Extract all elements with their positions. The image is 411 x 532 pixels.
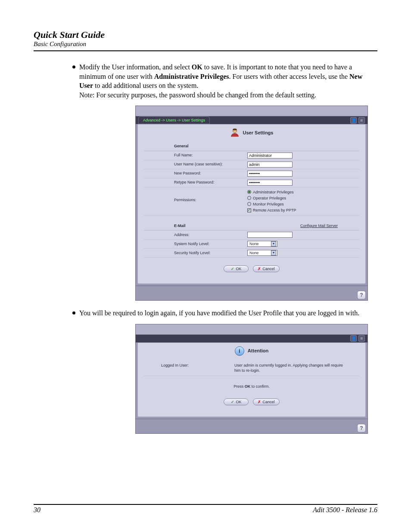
perm-remote[interactable]: ✓ Remote Access by PPTP [247, 208, 359, 213]
perm-label: Operator Privileges [253, 196, 286, 201]
chevron-down-icon: ▾ [271, 250, 276, 255]
titlebar-icons: 👤 ≡ [350, 116, 367, 124]
panel-title: Attention [248, 348, 268, 354]
user-name-input[interactable] [247, 162, 293, 168]
logged-in-message: User admin is currently logged in. Apply… [234, 363, 359, 373]
list-small-icon[interactable]: ≡ [358, 117, 365, 124]
section-general: General [144, 142, 359, 151]
panel-title: User Settings [243, 130, 274, 136]
permissions-list: Administrator Privileges Operator Privil… [247, 190, 359, 213]
radio-icon[interactable] [247, 190, 251, 194]
checkbox-icon[interactable]: ✓ [247, 208, 251, 212]
system-notify-select[interactable]: None ▾ [247, 241, 277, 247]
row-system-notify: System Notify Level: None ▾ [144, 240, 359, 249]
row-logged-in: Logged In User: User admin is currently … [144, 360, 359, 376]
page: Quick Start Guide Basic Configuration Mo… [0, 0, 411, 532]
label-retype-password: Retype New Password: [144, 180, 247, 185]
app-panel: Advanced -> Users -> User Settings 👤 ≡ [135, 106, 368, 301]
full-name-input[interactable] [247, 152, 293, 159]
label-system-notify: System Notify Level: [144, 241, 247, 246]
svg-rect-1 [233, 129, 237, 131]
bullet-text: Modify the User information, and select … [79, 63, 362, 89]
txt-bold: OK [245, 384, 251, 389]
retype-password-input[interactable] [247, 180, 293, 186]
label-security-notify: Security Notify Level: [144, 250, 247, 255]
btn-label: OK [236, 399, 241, 404]
section-email: E-Mail Configure Mail Server [144, 221, 359, 230]
btn-label: OK [236, 266, 241, 271]
close-icon: ✗ [258, 399, 261, 404]
radio-icon[interactable] [247, 202, 251, 206]
val [247, 162, 359, 168]
label-permissions: Permissions: [144, 190, 247, 202]
row-full-name: Full Name: [144, 151, 359, 160]
check-icon: ✓ [231, 399, 234, 404]
app-main: i Attention Logged In User: User admin i… [137, 342, 366, 417]
running-header: Quick Start Guide Basic Configuration [34, 29, 377, 48]
row-new-password: New Password: [144, 169, 359, 178]
txt-bold: OK [192, 63, 202, 71]
product-release: Adit 3500 - Release 1.6 [313, 506, 377, 514]
header-rule [34, 50, 377, 51]
val [247, 152, 359, 159]
perm-admin[interactable]: Administrator Privileges [247, 190, 359, 195]
app-top-strip [136, 106, 367, 116]
new-password-input[interactable] [247, 171, 293, 177]
val: None ▾ [247, 241, 359, 247]
ok-button[interactable]: ✓ OK [224, 398, 249, 405]
btn-label: Cancel [262, 399, 274, 404]
permissions-group: Administrator Privileges Operator Privil… [247, 190, 359, 213]
user-small-icon[interactable]: 👤 [350, 117, 357, 124]
label-new-password: New Password: [144, 171, 247, 176]
footer-row: 30 Adit 3500 - Release 1.6 [34, 506, 377, 514]
txt: Press [234, 384, 245, 389]
perm-operator[interactable]: Operator Privileges [247, 196, 359, 201]
panel-title-row: i Attention [138, 343, 365, 360]
bullet-item: You will be required to login again, if … [34, 308, 377, 434]
page-number: 30 [34, 506, 40, 514]
button-row: ✓ OK ✗ Cancel [144, 258, 359, 279]
titlebar-icons: 👤 ≡ [350, 335, 367, 342]
footer-rule [34, 504, 377, 505]
help-icon[interactable]: ? [357, 424, 366, 432]
body-content: Modify the User information, and select … [34, 62, 377, 434]
perm-monitor[interactable]: Monitor Privileges [247, 202, 359, 207]
val [247, 232, 359, 238]
breadcrumb: Advanced -> Users -> User Settings [138, 116, 210, 124]
user-icon [230, 128, 240, 137]
cancel-button[interactable]: ✗ Cancel [253, 398, 279, 405]
txt: to confirm. [250, 384, 270, 389]
check-icon: ✓ [231, 266, 234, 271]
cancel-button[interactable]: ✗ Cancel [253, 265, 279, 272]
txt: to add additional users on the system. [93, 82, 198, 89]
page-footer: 30 Adit 3500 - Release 1.6 [34, 504, 377, 514]
panel-title-row: User Settings [138, 124, 365, 142]
txt: Modify the User information, and select [79, 63, 192, 71]
row-address: Address: [144, 230, 359, 240]
perm-label: Monitor Privileges [253, 202, 284, 207]
list-small-icon[interactable]: ≡ [358, 335, 365, 342]
note-text: Note: For security purposes, the passwor… [79, 90, 377, 100]
configure-mail-link[interactable]: Configure Mail Server [300, 223, 338, 228]
breadcrumb-bar: Advanced -> Users -> User Settings 👤 ≡ [136, 116, 367, 124]
label-logged-in: Logged In User: [144, 363, 234, 373]
row-user-name: User Name (case sensitive): [144, 160, 359, 169]
close-icon: ✗ [258, 266, 261, 271]
security-notify-select[interactable]: None ▾ [247, 250, 277, 256]
figure-attention: 👤 ≡ i Attention Logged In Use [135, 324, 377, 434]
perm-label: Remote Access by PPTP [253, 208, 296, 213]
bullet-text: You will be required to login again, if … [79, 309, 359, 317]
user-small-icon[interactable]: 👤 [350, 335, 357, 342]
form-block: Logged In User: User admin is currently … [138, 360, 365, 417]
radio-icon[interactable] [247, 196, 251, 200]
email-address-input[interactable] [247, 232, 293, 238]
app-top-strip [136, 324, 367, 335]
perm-label: Administrator Privileges [253, 190, 294, 195]
app-main: User Settings General Full Name: [137, 124, 366, 284]
app-footer: ? [136, 286, 367, 300]
label-full-name: Full Name: [144, 152, 247, 158]
row-security-notify: Security Notify Level: None ▾ [144, 249, 359, 258]
help-icon[interactable]: ? [357, 291, 366, 299]
ok-button[interactable]: ✓ OK [224, 265, 249, 272]
bullet-item: Modify the User information, and select … [34, 62, 377, 301]
